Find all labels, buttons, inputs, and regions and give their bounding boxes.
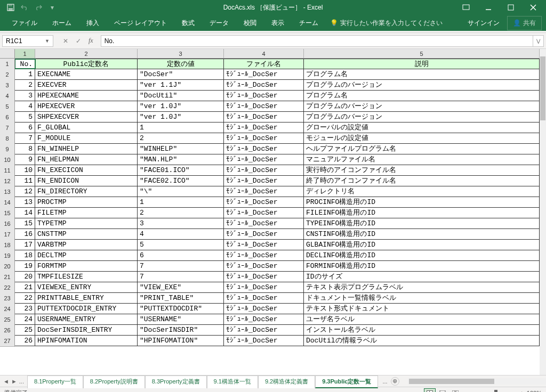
row-header[interactable]: 10 xyxy=(0,154,15,166)
column-header[interactable]: 4 xyxy=(224,49,304,58)
cell[interactable]: "FACE02.ICO" xyxy=(138,176,224,186)
ribbon-tab-6[interactable]: 校閲 xyxy=(236,15,264,31)
ribbon-tab-0[interactable]: ファイル xyxy=(4,15,45,31)
header-cell[interactable]: No. xyxy=(15,59,35,69)
cell[interactable]: USERNAME_ENTRY xyxy=(35,314,138,324)
header-cell[interactable]: 定数の値 xyxy=(138,59,224,69)
cell[interactable]: 7 xyxy=(138,272,224,282)
redo-icon[interactable] xyxy=(32,1,45,14)
row-header[interactable]: 11 xyxy=(0,165,15,176)
sheet-tab[interactable]: 9.3Public定数一覧 xyxy=(315,375,378,388)
cell[interactable]: FN_ENDICON xyxy=(35,176,138,186)
cell[interactable]: "WINHELP" xyxy=(138,144,224,154)
cell[interactable]: マニュアルファイル名 xyxy=(304,154,540,165)
row-header[interactable]: 22 xyxy=(0,282,15,293)
ribbon-tab-7[interactable]: 表示 xyxy=(264,15,292,31)
cell[interactable]: TMPFILESIZE xyxy=(35,272,138,282)
enter-formula-icon[interactable]: ✓ xyxy=(73,35,84,47)
close-icon[interactable] xyxy=(523,0,544,15)
cell[interactable]: SHPEXECVER xyxy=(35,112,138,122)
cell[interactable]: 19 xyxy=(15,261,35,271)
cell[interactable]: "HPINFOMATION" xyxy=(138,336,224,346)
zoom-in-button[interactable]: + xyxy=(520,390,523,393)
column-header[interactable]: 2 xyxy=(35,49,138,58)
cell[interactable]: F_GLOBAL xyxy=(35,123,138,133)
cell[interactable]: ﾓｼﾞｭｰﾙ_DocSer xyxy=(224,123,304,133)
cell[interactable]: ﾓｼﾞｭｰﾙ_DocSer xyxy=(224,101,304,111)
cell[interactable]: DECLTMP xyxy=(35,250,138,260)
zoom-level[interactable]: 100% xyxy=(527,390,542,393)
view-page-break-icon[interactable] xyxy=(449,388,461,393)
cell[interactable]: プログラムのバージョン xyxy=(304,112,540,122)
cell[interactable]: 6 xyxy=(138,250,224,260)
undo-icon[interactable] xyxy=(18,1,31,14)
cell[interactable]: 22 xyxy=(15,293,35,303)
row-header[interactable]: 4 xyxy=(0,91,15,102)
row-header[interactable]: 19 xyxy=(0,250,15,262)
sheet-tab[interactable]: 8.2Property説明書 xyxy=(83,375,145,388)
cell[interactable]: 7 xyxy=(138,261,224,271)
cell[interactable]: "VIEW_EXE" xyxy=(138,282,224,292)
ribbon-tab-4[interactable]: 数式 xyxy=(174,15,202,31)
cell[interactable]: 8 xyxy=(15,144,35,154)
cell[interactable]: ﾓｼﾞｭｰﾙ_DocSer xyxy=(224,176,304,186)
cell[interactable]: テキスト表示プログラムラベル xyxy=(304,282,540,292)
formula-expand-icon[interactable]: ⋁ xyxy=(533,35,544,47)
cell[interactable]: DocUtilの情報ラベル xyxy=(304,336,540,346)
tab-nav-next-icon[interactable]: ► xyxy=(11,378,17,385)
row-header[interactable]: 27 xyxy=(0,336,15,347)
tab-nav-ellipsis-right[interactable]: ... xyxy=(382,378,387,385)
sheet-tab[interactable]: 9.2構造体定義書 xyxy=(258,375,315,388)
row-header[interactable]: 26 xyxy=(0,325,15,336)
cell[interactable]: ﾓｼﾞｭｰﾙ_DocSer xyxy=(224,80,304,90)
cell[interactable]: F_MODULE xyxy=(35,133,138,143)
cell[interactable]: ﾓｼﾞｭｰﾙ_DocSer xyxy=(224,261,304,271)
cell[interactable]: グローバルの設定値 xyxy=(304,123,540,133)
cell[interactable]: 23 xyxy=(15,304,35,314)
row-header[interactable]: 13 xyxy=(0,186,15,198)
cell[interactable]: ﾓｼﾞｭｰﾙ_DocSer xyxy=(224,133,304,143)
cell[interactable]: 10 xyxy=(15,165,35,175)
cell[interactable]: FORMTMP xyxy=(35,261,138,271)
cell[interactable]: ユーザ名ラベル xyxy=(304,314,540,324)
sheet-tab[interactable]: 8.3Property定義書 xyxy=(145,375,207,388)
column-header[interactable]: 5 xyxy=(304,49,540,58)
cell[interactable]: ﾓｼﾞｭｰﾙ_DocSer xyxy=(224,229,304,239)
cell[interactable]: 終了時のアイコンファイル名 xyxy=(304,176,540,186)
row-header[interactable]: 3 xyxy=(0,80,15,91)
cell[interactable]: 実行時のアイコンファイル名 xyxy=(304,165,540,175)
row-header[interactable]: 6 xyxy=(0,112,15,123)
cell[interactable]: FN_DIRECTORY xyxy=(35,186,138,197)
cell[interactable]: CNSTTMP xyxy=(35,229,138,239)
cell[interactable]: ﾓｼﾞｭｰﾙ_DocSer xyxy=(224,154,304,165)
cell[interactable]: 9 xyxy=(15,154,35,165)
name-box[interactable]: R1C1▼ xyxy=(2,35,53,47)
cell[interactable]: 18 xyxy=(15,250,35,260)
row-header[interactable]: 9 xyxy=(0,144,15,155)
view-normal-icon[interactable] xyxy=(424,388,436,393)
cell[interactable]: "PRINT_TABLE" xyxy=(138,293,224,303)
cell[interactable]: 5 xyxy=(138,240,224,250)
cell[interactable]: ﾓｼﾞｭｰﾙ_DocSer xyxy=(224,314,304,324)
vertical-scrollbar[interactable] xyxy=(540,49,546,375)
cell[interactable]: ﾓｼﾞｭｰﾙ_DocSer xyxy=(224,304,304,314)
cell[interactable]: TYPETMP xyxy=(35,218,138,228)
cell[interactable]: HPEXECNAME xyxy=(35,91,138,101)
cell[interactable]: 20 xyxy=(15,272,35,282)
cell[interactable]: EXECNAME xyxy=(35,69,138,79)
minimize-icon[interactable] xyxy=(478,0,499,15)
cell[interactable]: "\" xyxy=(138,186,224,197)
cell[interactable]: CNSTINFO構造用のID xyxy=(304,229,540,239)
cell[interactable]: 2 xyxy=(138,208,224,218)
cell[interactable]: 11 xyxy=(15,176,35,186)
zoom-out-button[interactable]: − xyxy=(468,390,471,393)
cell[interactable]: "ver 1.1J" xyxy=(138,80,224,90)
qat-dropdown-icon[interactable]: ▾ xyxy=(46,1,59,14)
cell[interactable]: PROCTMP xyxy=(35,197,138,207)
cell[interactable]: ﾓｼﾞｭｰﾙ_DocSer xyxy=(224,69,304,79)
row-header[interactable]: 20 xyxy=(0,261,15,272)
cell[interactable]: PUTTEXTDOCDIR_ENTRY xyxy=(35,304,138,314)
row-header[interactable]: 12 xyxy=(0,176,15,187)
formula-bar[interactable]: No. xyxy=(101,35,533,47)
cell[interactable]: 3 xyxy=(15,91,35,101)
